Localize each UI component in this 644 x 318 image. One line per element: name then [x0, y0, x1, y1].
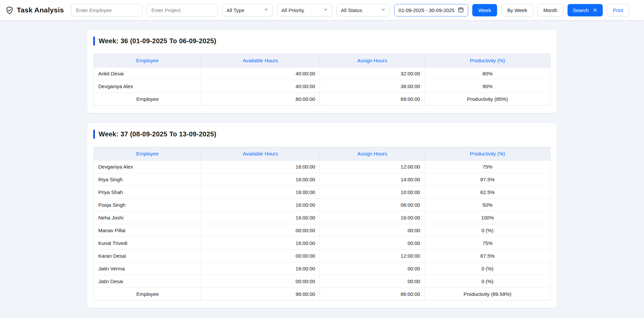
- table-row: Jatin Desai00:00:0000:000 (%): [94, 275, 550, 288]
- month-button[interactable]: Month: [537, 4, 564, 16]
- available-hours-cell: 16:00:00: [201, 173, 320, 186]
- week-37-title: Week: 37 (08-09-2025 To 13-09-2025): [99, 130, 216, 138]
- card-header: Week: 37 (08-09-2025 To 13-09-2025): [87, 123, 557, 145]
- summary-row: Employee80:00:0068:00:00Productivity (85…: [94, 93, 550, 106]
- productivity-cell: 100%: [425, 211, 550, 224]
- status-select[interactable]: All Status: [336, 4, 390, 16]
- employee-cell: Devganiya Alex: [94, 161, 201, 173]
- assign-hours-cell: 14:00:00: [320, 173, 425, 186]
- page-title: Task Analysis: [17, 6, 64, 14]
- employee-cell: Priya Shah: [94, 186, 201, 199]
- week-button[interactable]: Week: [472, 4, 497, 16]
- accent-bar: [93, 130, 95, 139]
- employee-cell: Neha Joshi: [94, 211, 201, 224]
- content-area: Week: 36 (01-09-2025 To 06-09-2025) Empl…: [0, 20, 644, 318]
- by-week-button[interactable]: By Week: [501, 4, 533, 16]
- assign-hours-header[interactable]: Assign Hours: [320, 54, 425, 67]
- productivity-cell: 62.5%: [425, 186, 550, 199]
- assign-hours-cell: 00:00: [320, 224, 425, 237]
- employee-cell: Ankit Desai: [94, 67, 201, 80]
- week-36-table: EmployeeAvailable HoursAssign HoursProdu…: [94, 54, 550, 106]
- available-hours-cell: 16:00:00: [201, 186, 320, 199]
- available-hours-cell: 16:00:00: [201, 237, 320, 250]
- priority-select[interactable]: All Priority: [277, 4, 332, 16]
- productivity-cell: 90%: [425, 80, 550, 93]
- chevron-down-icon: [323, 7, 328, 13]
- type-select[interactable]: All Type: [222, 4, 273, 16]
- productivity-cell: 0 (%): [425, 262, 550, 275]
- productivity-header[interactable]: Productivity (%): [425, 147, 550, 161]
- table-row: Priya Shah16:00:0010:00:0062.5%: [94, 186, 550, 199]
- card-header: Week: 36 (01-09-2025 To 06-09-2025): [87, 30, 557, 52]
- productivity-header[interactable]: Productivity (%): [425, 54, 550, 67]
- productivity-cell: 87.5%: [425, 173, 550, 186]
- assign-hours-cell: 36:00:00: [320, 80, 425, 93]
- assign-hours-total-cell: 68:00:00: [320, 93, 425, 106]
- assign-hours-cell: 12:00:00: [320, 161, 425, 173]
- assign-hours-cell: 12:00:00: [320, 250, 425, 262]
- available-hours-cell: 16:00:00: [201, 161, 320, 173]
- available-hours-cell: 00:00:00: [201, 275, 320, 288]
- available-hours-cell: 16:00:00: [201, 211, 320, 224]
- calendar-icon: [458, 7, 464, 14]
- employee-cell: Pooja Singh: [94, 199, 201, 211]
- available-hours-header[interactable]: Available Hours: [201, 54, 320, 67]
- status-select-value: All Status: [341, 7, 362, 13]
- type-select-value: All Type: [226, 7, 244, 13]
- assign-hours-cell: 10:00:00: [320, 186, 425, 199]
- available-hours-header[interactable]: Available Hours: [201, 147, 320, 161]
- date-range-value: 01-09-2025 - 30-09-2025: [398, 7, 454, 13]
- table-row: Devganiya Alex16:00:0012:00:0075%: [94, 161, 550, 173]
- available-hours-cell: 00:00:00: [201, 250, 320, 262]
- search-button[interactable]: Search: [568, 4, 603, 16]
- assign-hours-cell: 08:00:00: [320, 199, 425, 211]
- available-hours-cell: 16:00:00: [201, 199, 320, 211]
- available-hours-total-cell: 80:00:00: [201, 93, 320, 106]
- productivity-cell: 87.5%: [425, 250, 550, 262]
- topbar: Task Analysis All Type All Priority All …: [0, 0, 644, 20]
- table-row: Jatin Verma16:00:0000:000 (%): [94, 262, 550, 275]
- available-hours-cell: 00:00:00: [201, 224, 320, 237]
- employee-input[interactable]: [71, 4, 143, 16]
- week-37-table: EmployeeAvailable HoursAssign HoursProdu…: [94, 147, 550, 301]
- brand: Task Analysis: [5, 6, 64, 14]
- week-37-card: Week: 37 (08-09-2025 To 13-09-2025) Empl…: [87, 123, 557, 308]
- chevron-down-icon: [264, 7, 269, 13]
- assign-hours-cell: 00:00: [320, 237, 425, 250]
- assign-hours-header[interactable]: Assign Hours: [320, 147, 425, 161]
- search-button-label: Search: [573, 7, 589, 13]
- productivity-total-cell: Productivity (89.58%): [425, 288, 550, 301]
- table-row: Kunal Trivedi16:00:0000:0075%: [94, 237, 550, 250]
- productivity-cell: 75%: [425, 237, 550, 250]
- assign-hours-total-cell: 86:00:00: [320, 288, 425, 301]
- employee-cell: Jatin Verma: [94, 262, 201, 275]
- employee-cell: Kunal Trivedi: [94, 237, 201, 250]
- header-row: EmployeeAvailable HoursAssign HoursProdu…: [94, 54, 550, 67]
- employee-header[interactable]: Employee: [94, 54, 201, 67]
- productivity-cell: 80%: [425, 67, 550, 80]
- assign-hours-cell: 32:00:00: [320, 67, 425, 80]
- close-icon[interactable]: [593, 8, 597, 12]
- print-button[interactable]: Print: [607, 4, 629, 16]
- productivity-cell: 75%: [425, 161, 550, 173]
- project-input[interactable]: [147, 4, 218, 16]
- employee-total-cell: Employee: [94, 93, 201, 106]
- table-row: Devganiya Alex40:00:0036:00:0090%: [94, 80, 550, 93]
- table-row: Ankit Desai40:00:0032:00:0080%: [94, 67, 550, 80]
- accent-bar: [93, 37, 95, 46]
- employee-total-cell: Employee: [94, 288, 201, 301]
- chevron-down-icon: [381, 7, 386, 13]
- summary-row: Employee96:00:0086:00:00Productivity (89…: [94, 288, 550, 301]
- productivity-cell: 50%: [425, 199, 550, 211]
- assign-hours-cell: 00:00: [320, 262, 425, 275]
- date-range-picker[interactable]: 01-09-2025 - 30-09-2025: [394, 4, 468, 16]
- productivity-cell: 0 (%): [425, 224, 550, 237]
- employee-cell: Riya Singh: [94, 173, 201, 186]
- header-row: EmployeeAvailable HoursAssign HoursProdu…: [94, 147, 550, 161]
- table-row: Riya Singh16:00:0014:00:0087.5%: [94, 173, 550, 186]
- week-36-card: Week: 36 (01-09-2025 To 06-09-2025) Empl…: [87, 30, 557, 113]
- assign-hours-cell: 00:00: [320, 275, 425, 288]
- employee-header[interactable]: Employee: [94, 147, 201, 161]
- available-hours-cell: 16:00:00: [201, 262, 320, 275]
- shield-check-icon: [5, 6, 14, 14]
